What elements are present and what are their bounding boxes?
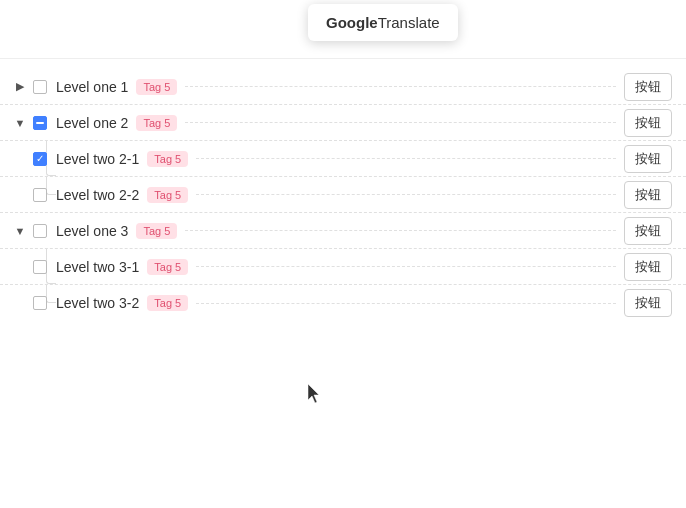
checkbox-wrap-level-two-3-2 (30, 293, 50, 313)
tree-row-level-one-1: ▶Level one 1Tag 5按钮 (0, 69, 686, 105)
checkbox-level-two-3-1[interactable] (33, 260, 47, 274)
button-level-two-3-1[interactable]: 按钮 (624, 253, 672, 281)
checkbox-level-one-2[interactable] (33, 116, 47, 130)
spacer-level-one-1 (185, 86, 616, 87)
checkbox-level-two-3-2[interactable] (33, 296, 47, 310)
tag-level-two-3-2: Tag 5 (147, 295, 188, 311)
tree-row-level-two-2-1: ▶Level two 2-1Tag 5按钮 (0, 141, 686, 177)
button-level-two-2-2[interactable]: 按钮 (624, 181, 672, 209)
checkbox-level-one-1[interactable] (33, 80, 47, 94)
button-level-two-3-2[interactable]: 按钮 (624, 289, 672, 317)
checkbox-wrap-level-two-3-1 (30, 257, 50, 277)
tree-row-level-one-3: ▼Level one 3Tag 5按钮 (0, 213, 686, 249)
checkbox-wrap-level-two-2-2 (30, 185, 50, 205)
spacer-level-two-3-2 (196, 303, 616, 304)
mouse-cursor (308, 384, 322, 404)
row-label-level-two-3-2: Level two 3-2 (56, 295, 139, 311)
spacer-level-two-3-1 (196, 266, 616, 267)
checkbox-level-one-3[interactable] (33, 224, 47, 238)
row-label-level-two-2-2: Level two 2-2 (56, 187, 139, 203)
tag-level-two-3-1: Tag 5 (147, 259, 188, 275)
spacer-level-one-2 (185, 122, 616, 123)
button-level-one-1[interactable]: 按钮 (624, 73, 672, 101)
tag-level-one-3: Tag 5 (136, 223, 177, 239)
spacer-level-two-2-1 (196, 158, 616, 159)
checkbox-wrap-level-one-1 (30, 77, 50, 97)
row-label-level-one-1: Level one 1 (56, 79, 128, 95)
row-label-level-two-3-1: Level two 3-1 (56, 259, 139, 275)
arrow-level-one-2[interactable]: ▼ (10, 113, 30, 133)
button-level-two-2-1[interactable]: 按钮 (624, 145, 672, 173)
checkbox-wrap-level-one-2 (30, 113, 50, 133)
spacer-level-one-3 (185, 230, 616, 231)
google-text: Google (326, 14, 378, 31)
translate-text: Translate (378, 14, 440, 31)
tree-row-level-two-3-2: ▶Level two 3-2Tag 5按钮 (0, 285, 686, 321)
arrow-level-one-1[interactable]: ▶ (10, 77, 30, 97)
arrow-level-one-3[interactable]: ▼ (10, 221, 30, 241)
button-level-one-2[interactable]: 按钮 (624, 109, 672, 137)
tree-row-level-two-3-1: ▶Level two 3-1Tag 5按钮 (0, 249, 686, 285)
google-translate-popup: GoogleTranslate (308, 4, 458, 41)
tree-row-level-two-2-2: ▶Level two 2-2Tag 5按钮 (0, 177, 686, 213)
spacer-level-two-2-2 (196, 194, 616, 195)
button-level-one-3[interactable]: 按钮 (624, 217, 672, 245)
tag-level-two-2-1: Tag 5 (147, 151, 188, 167)
tag-level-one-1: Tag 5 (136, 79, 177, 95)
checkbox-wrap-level-two-2-1 (30, 149, 50, 169)
checkbox-level-two-2-2[interactable] (33, 188, 47, 202)
tag-level-one-2: Tag 5 (136, 115, 177, 131)
row-label-level-one-3: Level one 3 (56, 223, 128, 239)
row-label-level-one-2: Level one 2 (56, 115, 128, 131)
checkbox-wrap-level-one-3 (30, 221, 50, 241)
checkbox-level-two-2-1[interactable] (33, 152, 47, 166)
tree-row-level-one-2: ▼Level one 2Tag 5按钮 (0, 105, 686, 141)
tree-container: ▶Level one 1Tag 5按钮▼Level one 2Tag 5按钮▶L… (0, 59, 686, 331)
row-label-level-two-2-1: Level two 2-1 (56, 151, 139, 167)
tag-level-two-2-2: Tag 5 (147, 187, 188, 203)
